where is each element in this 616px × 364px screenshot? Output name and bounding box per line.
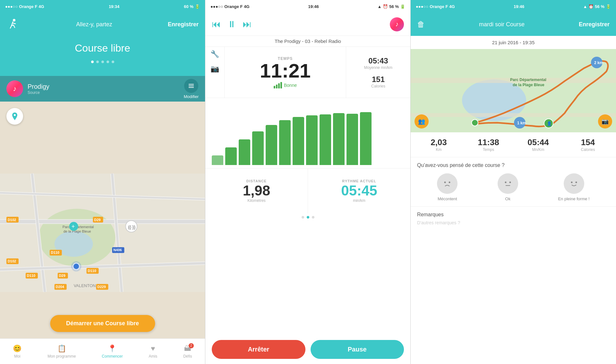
dot-1[interactable]	[91, 61, 94, 63]
dot-5[interactable]	[112, 61, 114, 63]
nav-commencer[interactable]: 📍 Commencer	[102, 344, 123, 359]
battery-1: 60 %	[184, 4, 193, 9]
svg-point-66	[568, 178, 580, 189]
ok-face[interactable]	[498, 173, 518, 194]
nav-programme-label: Mon programme	[47, 354, 76, 359]
remarks-placeholder[interactable]: D'autres remarques ?	[417, 220, 610, 225]
wrench-icon: 🔧	[210, 50, 219, 58]
save-button-3[interactable]: Enregistrer	[579, 21, 610, 28]
p3-km-value: 2,03	[414, 137, 464, 147]
time-2: 19:46	[308, 4, 319, 9]
svg-point-63	[502, 178, 514, 189]
social-group-icon[interactable]: 👥	[415, 114, 429, 128]
feeling-section: Qu'avez-vous pensé de cette course ? Méc…	[411, 157, 616, 207]
forme-face[interactable]	[564, 173, 584, 194]
alarm-icon-3: ⏰	[588, 4, 594, 9]
carrier-3: Orange F	[430, 4, 448, 9]
status-right-2: ▲ ⏰ 56 % 🔋	[377, 4, 405, 9]
mecontent-label: Mécontent	[438, 196, 457, 201]
page-dot-3[interactable]	[312, 216, 314, 219]
runner-icon	[6, 17, 21, 31]
distance-metric: DISTANCE 1,98 Kilomètres	[205, 169, 308, 213]
p3-calories-value: 154	[563, 137, 613, 147]
next-track-button[interactable]: ⏭	[243, 19, 252, 29]
page-dot-1[interactable]	[302, 216, 304, 219]
modifier-icon[interactable]	[184, 79, 198, 93]
run-title: mardi soir Course	[479, 21, 525, 28]
dot-3[interactable]	[101, 61, 104, 63]
music-app-icon[interactable]: ♪	[390, 17, 404, 31]
feeling-ok[interactable]: Ok	[498, 173, 518, 201]
mecontent-face[interactable]	[437, 173, 458, 194]
modifier-wrap[interactable]: Modifier	[184, 79, 199, 99]
nav-programme[interactable]: 📋 Mon programme	[47, 344, 76, 359]
svg-text:👤: 👤	[547, 121, 552, 126]
svg-point-44	[71, 261, 81, 271]
source-label: Source	[28, 90, 184, 95]
svg-point-64	[505, 182, 506, 183]
p3-temps-value: 11:38	[464, 137, 513, 147]
svg-text:de la Plage Bleue: de la Plage Bleue	[64, 230, 91, 234]
enregistrer-button-1[interactable]: Enregistrer	[168, 21, 199, 28]
prev-track-button[interactable]: ⏮	[212, 19, 221, 29]
panel-2: ●●●○○ Orange F 4G 19:46 ▲ ⏰ 56 % 🔋 ⏮ ⏸ ⏭…	[205, 0, 411, 364]
svg-point-65	[509, 182, 511, 183]
svg-text:D110: D110	[88, 269, 96, 273]
dot-4[interactable]	[107, 61, 109, 63]
defis-badge: 2	[189, 343, 194, 348]
camera-action-icon[interactable]: 📷	[598, 114, 612, 128]
nav-amis[interactable]: ♥ Amis	[149, 344, 158, 359]
camera-social-icon[interactable]: 📷	[598, 114, 612, 128]
start-course-button[interactable]: Démarrer une Course libre	[50, 315, 155, 332]
dot-2[interactable]	[96, 61, 99, 63]
right-stats: 05:43 Moyenne mn/km 151 Calories	[346, 47, 410, 98]
remarks-title: Remarques	[417, 212, 610, 218]
quality-bars	[274, 82, 282, 88]
network-1: 4G	[38, 4, 44, 9]
carousel-dots	[91, 61, 114, 63]
pause-track-button[interactable]: ⏸	[227, 19, 236, 29]
stop-button[interactable]: Arrêter	[212, 340, 305, 359]
svg-point-0	[13, 19, 15, 21]
music-note-icon: ♪	[13, 85, 17, 93]
rhythm-metric: RYTHME ACTUEL 05:45 min/km	[308, 169, 410, 213]
p3-stats-row: 2,03 Km 11:38 Temps 05:44 Mn/Km 154 Calo…	[411, 132, 616, 157]
p1-header-title: Allez-y, partez	[21, 21, 168, 28]
remarks-section: Remarques D'autres remarques ?	[411, 207, 616, 230]
p3-mnkm-stat: 05:44 Mn/Km	[513, 137, 563, 152]
feeling-mecontent[interactable]: Mécontent	[437, 173, 458, 201]
music-bar[interactable]: ♪ Prodigy Source Modifier	[0, 76, 205, 102]
p2-tools: 🔧 📷	[205, 47, 225, 98]
artist-name: Prodigy	[28, 83, 49, 90]
svg-text:2 km: 2 km	[594, 61, 603, 65]
music-controls: ⏮ ⏸ ⏭	[212, 19, 252, 29]
bar-10	[333, 104, 345, 165]
bar-1	[212, 104, 223, 165]
nav-moi[interactable]: 😊 Moi	[13, 344, 21, 359]
group-people-icon[interactable]: 👥	[415, 114, 429, 128]
pace-value: 05:43	[353, 56, 404, 65]
rhythm-unit: min/km	[353, 198, 365, 203]
p3-km-label: Km	[414, 147, 464, 152]
svg-point-61	[444, 182, 446, 183]
p1-map: Parc Départemental de la Plage Bleue D10…	[0, 102, 205, 364]
pause-button[interactable]: Pause	[311, 340, 404, 359]
course-title: Course libre	[75, 42, 130, 54]
calories-value: 151	[353, 75, 404, 84]
bar-2	[225, 104, 237, 165]
svg-text:1 km: 1 km	[517, 121, 526, 125]
bottom-nav-1: 😊 Moi 📋 Mon programme 📍 Commencer ♥ Amis…	[0, 338, 205, 364]
trash-icon[interactable]: 🗑	[417, 20, 425, 29]
map-location-icon[interactable]	[6, 108, 23, 125]
svg-point-68	[575, 182, 577, 183]
time-1: 19:34	[109, 4, 119, 9]
panel-1: ●●●○○ Orange F 4G 19:34 60 % 🔋 Allez-y, …	[0, 0, 205, 364]
qbar-4	[280, 82, 282, 88]
p2-pagination	[205, 213, 410, 221]
nav-defis[interactable]: 🏔 2 Défis	[183, 344, 192, 359]
feeling-forme[interactable]: En pleine forme !	[558, 173, 589, 201]
page-dot-2[interactable]	[307, 216, 309, 219]
svg-text:D110: D110	[27, 274, 35, 277]
bar-5	[266, 104, 277, 165]
status-right-1: 60 % 🔋	[184, 4, 200, 9]
